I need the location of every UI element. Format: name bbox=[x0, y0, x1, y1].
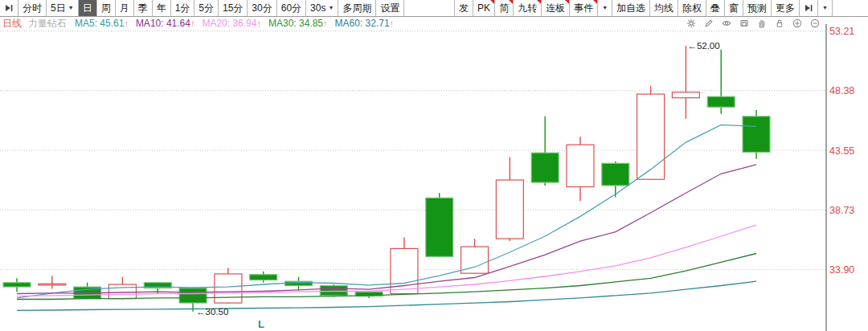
toolbar-item-nine-turn[interactable]: 九转 bbox=[514, 0, 542, 16]
chevron-down-icon: ▼ bbox=[822, 0, 828, 16]
ma-values: MA5: 45.61↑MA10: 41.64↑MA20: 36.94↑MA30:… bbox=[75, 18, 401, 29]
y-axis-label: 48.38 bbox=[829, 85, 854, 96]
toolbar-item-overlay[interactable]: 叠 bbox=[706, 0, 725, 16]
new-badge bbox=[537, 0, 541, 4]
pencil-icon-button[interactable] bbox=[704, 18, 714, 28]
ma-label-text: MA10: 41.64 bbox=[136, 18, 190, 29]
candlestick-chart[interactable]: 53.2148.3843.5538.7333.90←52.00←30.50L bbox=[0, 0, 868, 331]
chart-tool-icons bbox=[686, 18, 820, 28]
toolbar-item-1min[interactable]: 1分 bbox=[171, 0, 195, 16]
toolbar-item-ma-lines[interactable]: 均线 bbox=[650, 0, 678, 16]
toolbar-item-label: 窗 bbox=[729, 0, 739, 16]
toolbar-item-more-dropdown[interactable]: ▼ bbox=[818, 0, 833, 16]
candle-18[interactable] bbox=[602, 161, 629, 198]
toolbar-item-5day[interactable]: 5日▼ bbox=[47, 0, 79, 16]
toolbar-item-30min[interactable]: 30分 bbox=[248, 0, 276, 16]
toolbar-item-forecast[interactable]: 预测 bbox=[743, 0, 772, 16]
ma-label-text: MA5: 45.61 bbox=[75, 18, 124, 29]
collapse-right-icon bbox=[804, 3, 813, 13]
candle-8[interactable] bbox=[250, 272, 277, 283]
toolbar-item-day[interactable]: 日 bbox=[79, 0, 97, 16]
ma-label-text: MA30: 34.85 bbox=[268, 18, 323, 29]
toolbar-item-settings[interactable]: 设置 bbox=[376, 0, 404, 16]
candle-9[interactable] bbox=[285, 277, 312, 291]
toolbar-item-week[interactable]: 周 bbox=[97, 0, 116, 16]
candle-17[interactable] bbox=[567, 137, 594, 201]
screenshot-icon-button[interactable] bbox=[739, 18, 749, 28]
collapse-right-icon bbox=[4, 3, 14, 13]
toolbar-item-label: 更多 bbox=[776, 0, 795, 16]
toolbar-item-panel-collapse[interactable] bbox=[0, 0, 18, 16]
candle-1[interactable] bbox=[3, 278, 31, 292]
toolbar-item-add-watchlist[interactable]: 加自选 bbox=[612, 0, 650, 16]
candle-20[interactable] bbox=[672, 46, 699, 119]
candle-22[interactable] bbox=[743, 110, 770, 159]
toolbar-item-label: PK bbox=[477, 0, 490, 16]
toolbar-item-events-dropdown[interactable]: ▼ bbox=[598, 0, 612, 16]
toolbar-item-month[interactable]: 月 bbox=[116, 0, 134, 16]
toolbar-item-label: 月 bbox=[120, 0, 129, 16]
ma-label-text: MA60: 32.71 bbox=[335, 18, 390, 29]
screenshot-icon bbox=[739, 18, 749, 28]
toolbar-item-simple[interactable]: 简 bbox=[495, 0, 514, 16]
gear-icon bbox=[686, 18, 696, 28]
ma-label-ma30: MA30: 34.85↑ bbox=[268, 18, 328, 29]
toolbar-item-quarter[interactable]: 季 bbox=[134, 0, 153, 16]
toolbar-item-timeshare[interactable]: 分时 bbox=[18, 0, 47, 16]
toolbar-item-label: 连板 bbox=[546, 0, 565, 16]
toolbar-item-ex-rights[interactable]: 除权 bbox=[678, 0, 706, 16]
candle-16[interactable] bbox=[531, 116, 559, 186]
candle-13[interactable] bbox=[426, 193, 453, 257]
up-arrow-icon: ↑ bbox=[256, 18, 261, 28]
candle-7[interactable] bbox=[215, 268, 242, 304]
toolbar-left-group: 分时5日▼日周月季年1分5分15分30分60分30s▼多周期设置 bbox=[0, 0, 404, 16]
toolbar-item-pk[interactable]: PK bbox=[473, 0, 495, 16]
eye-icon-button[interactable] bbox=[722, 18, 731, 28]
toolbar-item-label: 5分 bbox=[199, 0, 214, 16]
toolbar-item-label: 发 bbox=[459, 0, 469, 16]
eye-icon bbox=[722, 18, 731, 28]
gear-icon-button[interactable] bbox=[686, 18, 696, 28]
candle-19[interactable] bbox=[637, 86, 665, 180]
toolbar-item-label: 周 bbox=[101, 0, 111, 16]
ma-label-ma10: MA10: 41.64↑ bbox=[136, 18, 195, 29]
toolbar-item-5min[interactable]: 5分 bbox=[194, 0, 219, 16]
toolbar-item-panel-expand[interactable] bbox=[800, 0, 818, 16]
toolbar-item-label: 九转 bbox=[518, 0, 537, 16]
candle-14[interactable] bbox=[461, 239, 489, 274]
toolbar-item-post[interactable]: 发 bbox=[454, 0, 473, 16]
toolbar-item-limit-board[interactable]: 连板 bbox=[542, 0, 570, 16]
toolbar-item-label: 简 bbox=[499, 0, 509, 16]
chart-annotation: ←52.00 bbox=[687, 41, 719, 51]
period-label: 日线 bbox=[2, 17, 22, 31]
period-toolbar: 分时5日▼日周月季年1分5分15分30分60分30s▼多周期设置 发PK简九转连… bbox=[0, 0, 868, 17]
hand-icon-button[interactable] bbox=[757, 18, 767, 28]
toolbar-item-year[interactable]: 年 bbox=[153, 0, 171, 16]
up-arrow-icon: ↑ bbox=[124, 18, 129, 28]
toolbar-item-60min[interactable]: 60分 bbox=[277, 0, 306, 16]
zoom-in-icon-button[interactable] bbox=[792, 18, 802, 28]
candle-10[interactable] bbox=[320, 284, 347, 296]
zoom-in-icon bbox=[792, 18, 802, 28]
toolbar-item-multi-period[interactable]: 多周期 bbox=[338, 0, 376, 16]
toolbar-item-window[interactable]: 窗 bbox=[725, 0, 743, 16]
hand-icon bbox=[757, 18, 767, 28]
ma-label-text: MA20: 36.94 bbox=[202, 18, 256, 29]
candle-21[interactable] bbox=[707, 50, 735, 114]
zoom-out-icon-button[interactable] bbox=[810, 18, 820, 28]
new-badge bbox=[509, 0, 513, 4]
ma-label-ma5: MA5: 45.61↑ bbox=[75, 18, 129, 29]
lock-icon-button[interactable] bbox=[775, 18, 784, 28]
toolbar-item-label: 除权 bbox=[682, 0, 702, 16]
toolbar-item-events[interactable]: 事件 bbox=[570, 0, 598, 16]
toolbar-item-more[interactable]: 更多 bbox=[772, 0, 800, 16]
ma-line-ma10 bbox=[17, 165, 756, 294]
toolbar-item-15min[interactable]: 15分 bbox=[219, 0, 248, 16]
chart-annotation: L bbox=[258, 318, 264, 330]
candle-2[interactable] bbox=[39, 276, 66, 288]
toolbar-item-label: 预测 bbox=[747, 0, 767, 16]
ma-label-ma60: MA60: 32.71↑ bbox=[335, 18, 395, 29]
candle-15[interactable] bbox=[496, 157, 523, 242]
toolbar-item-30sec[interactable]: 30s▼ bbox=[306, 0, 338, 16]
toolbar-item-label: 季 bbox=[138, 0, 148, 16]
